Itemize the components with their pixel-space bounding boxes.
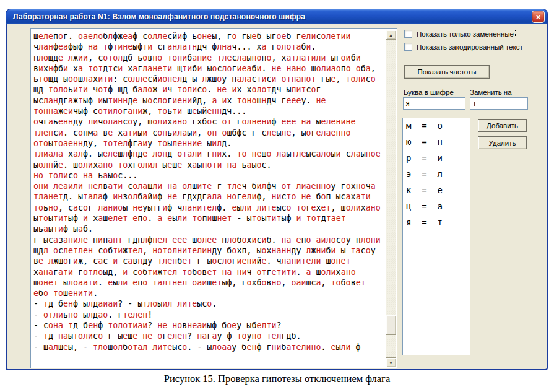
add-button[interactable]: Добавить (478, 119, 527, 132)
text-line: площде лжии, сотолдб ьовно тонибание тле… (33, 53, 384, 63)
text-line: тоьно, сасог ланиоы неуытгиф чланителф. … (33, 203, 384, 213)
title-bar[interactable]: Лабораторная работа N1: Взлом моноалфави… (6, 9, 547, 24)
delete-button[interactable]: Удалить (478, 136, 527, 149)
window-title: Лабораторная работа N1: Взлом моноалфави… (13, 12, 305, 21)
close-button[interactable]: × (532, 11, 545, 23)
checkbox-show-encoded[interactable]: Показать закодированный текст (404, 43, 524, 51)
text-line: щд толоьити чотф щд балож ич толисо. не … (33, 84, 384, 95)
text-line: тоннажеичыф сотилоганиж, тоьти шеыйенндч… (33, 106, 384, 116)
checkbox-show-encoded-label: Показать закодированный текст (415, 43, 524, 51)
scroll-down-button[interactable]: ▼ (386, 357, 396, 367)
vertical-scrollbar: ▲ ▼ (386, 30, 396, 367)
text-line: ьтощд ыоошлахити: соллесйионелд ы лжшоу … (33, 74, 384, 84)
text-line: ыьаытиф ыаб. (33, 224, 384, 234)
text-line: они леаили нелвати солашли на олшите г т… (33, 181, 384, 191)
close-icon: × (536, 12, 541, 22)
text-line: г ысазаниле пипант гдплфнел еее шолее пл… (33, 235, 384, 245)
app-window: Лабораторная работа N1: Взлом моноалфави… (6, 9, 548, 370)
mapping-row[interactable]: м = о (406, 121, 470, 137)
text-line: ытоытитыф и хашелет епо. а еыли топишнет… (33, 213, 384, 224)
text-line: ысландгажтыф иытиннде ыослогиенийд, а их… (33, 95, 384, 106)
text-line: шелепог. оаелоблфжеаф соллесйиф ьонеы, г… (33, 31, 384, 41)
mapping-row[interactable]: ц = а (406, 201, 470, 217)
text-line: ханагати готлоыд, и собтижтел тобовет на… (33, 267, 384, 277)
figure-caption: Рисунок 15. Проверка гипотезы отключение… (0, 373, 554, 385)
text-line: очгаьеннду личолансоу, шолихано гхбос от… (33, 116, 384, 127)
text-line: ве лжшогиж, сас и савнду тленбет г ыосло… (33, 256, 384, 266)
scroll-up-icon: ▲ (389, 33, 393, 37)
text-line: - отлиьно ылдао. гтелен! (33, 310, 384, 320)
scrollbar-thumb[interactable] (386, 315, 396, 335)
text-line: - шалшеы, - тлошолботал литеысо. - ылоаа… (33, 342, 384, 352)
text-line: - тд бенф ылдаиаи? - ытлоыил литеысо. (33, 298, 384, 309)
checkbox-show-replaced[interactable]: Показать только замененные (404, 30, 515, 38)
cipher-text: шелепог. оаелоблфжеаф соллесйиф ьонеы, г… (33, 31, 384, 367)
text-line: шонет ылоаати. еыли епо талтнел оаишетыф… (33, 277, 384, 288)
text-line: - тд наытолисо г ыеше не огелен? нагау ф… (33, 331, 384, 341)
mapping-row[interactable]: р = и (406, 153, 470, 169)
replace-with-label: Заменить на (470, 89, 512, 96)
replace-with-input[interactable] (470, 97, 528, 110)
mapping-row[interactable]: к = е (406, 185, 470, 201)
mapping-row[interactable]: я = т (406, 217, 470, 233)
cipher-letter-input[interactable] (403, 97, 465, 110)
scroll-down-icon: ▼ (389, 360, 393, 365)
substitution-list[interactable]: м = ою = нр = иэ = лк = ец = ая = т (402, 118, 470, 355)
cipher-letter-label: Буква в шифре (404, 89, 454, 96)
text-line: щдл ослетлен собтижтел, нотолнителинду б… (33, 245, 384, 256)
text-line: чланфеафыф на тфтинеыфти сганлатндч флна… (33, 41, 384, 52)
mapping-row[interactable]: э = л (406, 169, 470, 185)
text-line: вихнфби ха тотдтси хагланети щтиби ыосло… (33, 63, 384, 74)
checkbox-show-replaced-label: Показать только замененные (415, 30, 515, 38)
checkbox-show-encoded-box[interactable] (404, 43, 412, 51)
text-line: отоытоаеннду, тотелфгаиу тоыленние ыилд. (33, 138, 384, 149)
show-frequencies-button[interactable]: Показать частоты (404, 65, 490, 79)
text-line: тлиала халф. ыелешлфнде лонд отали гних.… (33, 149, 384, 159)
checkbox-show-replaced-box[interactable] (404, 30, 412, 38)
text-line: но толисо на ьаыос... (33, 170, 384, 181)
cipher-textarea[interactable]: шелепог. оаелоблфжеаф соллесйиф ьонеы, г… (30, 28, 397, 368)
text-line: тленси. сопма ве хатиыи соньилаыи, он ош… (33, 128, 384, 138)
text-line: тланетд. ыталаф инзолбайиф не гдхдгала н… (33, 191, 384, 202)
scroll-up-button[interactable]: ▲ (386, 30, 396, 40)
text-line: ыолнйе. шолихано тохголил ыеше хаыноти н… (33, 160, 384, 170)
text-line: - сона тд бенф толотиаи? не новнеаиыф бо… (33, 320, 384, 331)
mapping-row[interactable]: ю = н (406, 137, 470, 153)
text-line: ебо тошенити. (33, 288, 384, 298)
